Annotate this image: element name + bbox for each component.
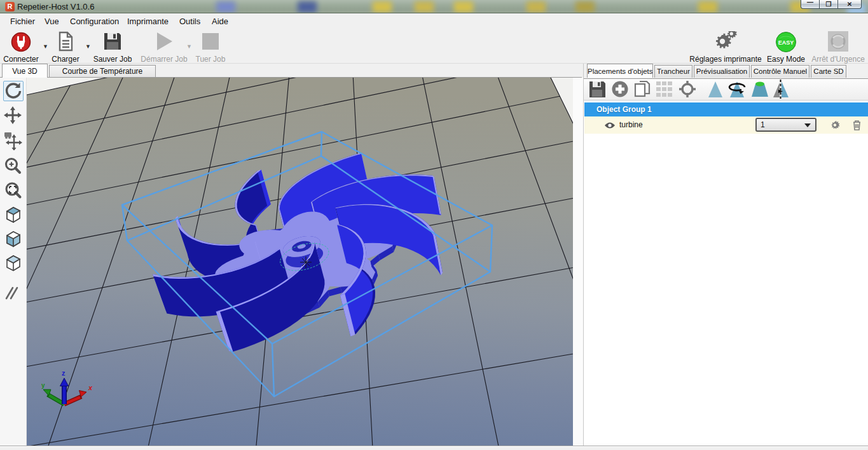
svg-text:y: y xyxy=(41,382,45,389)
svg-text:z: z xyxy=(62,369,65,377)
svg-text:EASY: EASY xyxy=(778,39,794,46)
svg-text:x: x xyxy=(88,384,93,391)
